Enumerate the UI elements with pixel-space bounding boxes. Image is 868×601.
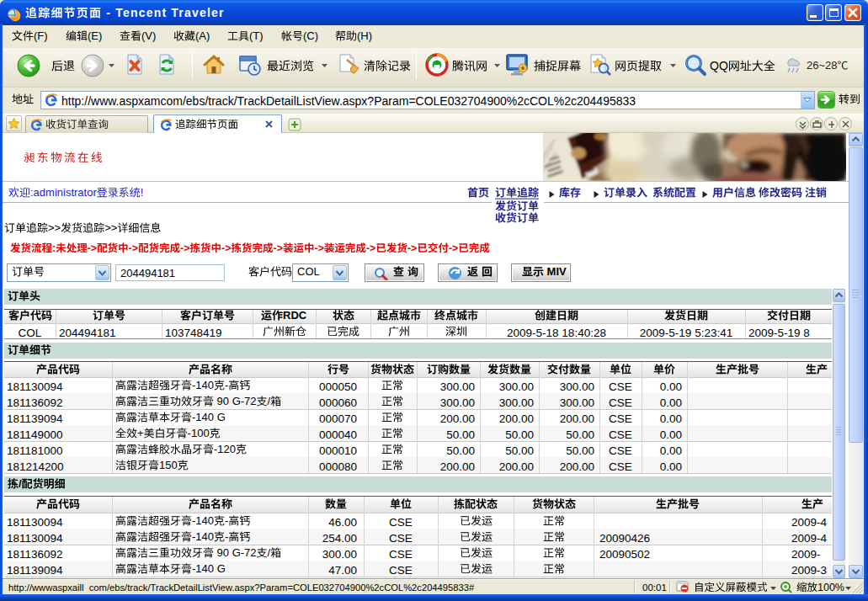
svg-text:+: + — [137, 427, 144, 439]
svg-text:RDC: RDC — [283, 309, 307, 322]
svg-text:-140 G: -140 G — [192, 411, 226, 423]
svg-text:MIV: MIV — [544, 265, 567, 278]
svg-text:COL: COL — [297, 265, 320, 278]
svg-text:- Tencent Traveler: - Tencent Traveler — [102, 6, 224, 19]
svg-text::administrator: :administrator — [30, 186, 97, 199]
svg-text:(T): (T) — [249, 29, 264, 42]
svg-text:(C): (C) — [303, 29, 318, 42]
svg-text:>>: >> — [48, 221, 61, 234]
svg-text:(V): (V) — [141, 29, 156, 42]
svg-text:->: -> — [366, 242, 375, 254]
svg-text:->: -> — [407, 242, 417, 254]
svg-text:(F): (F) — [34, 29, 48, 42]
svg-text:->: -> — [88, 242, 97, 254]
svg-text:26~28: 26~28 — [807, 59, 838, 72]
svg-text:(A): (A) — [195, 29, 210, 42]
svg-text:150: 150 — [159, 459, 178, 471]
svg-text:->: -> — [449, 242, 458, 254]
svg-text:->: -> — [180, 242, 189, 254]
svg-text:QQ: QQ — [710, 59, 728, 72]
svg-text:->: -> — [221, 242, 231, 254]
svg-text:(H): (H) — [357, 29, 372, 42]
svg-text:/: / — [19, 477, 22, 490]
svg-text:(E): (E) — [88, 29, 102, 42]
svg-text::: : — [52, 242, 56, 254]
svg-text:100%: 100% — [817, 582, 844, 593]
svg-text:->: -> — [274, 242, 283, 254]
svg-text:->: -> — [315, 242, 324, 254]
svg-text:>>: >> — [104, 221, 117, 234]
svg-text:-140: -140 — [192, 379, 214, 391]
svg-text:->: -> — [129, 242, 138, 254]
svg-text:-100: -100 — [188, 427, 210, 439]
svg-text:!: ! — [141, 186, 144, 199]
